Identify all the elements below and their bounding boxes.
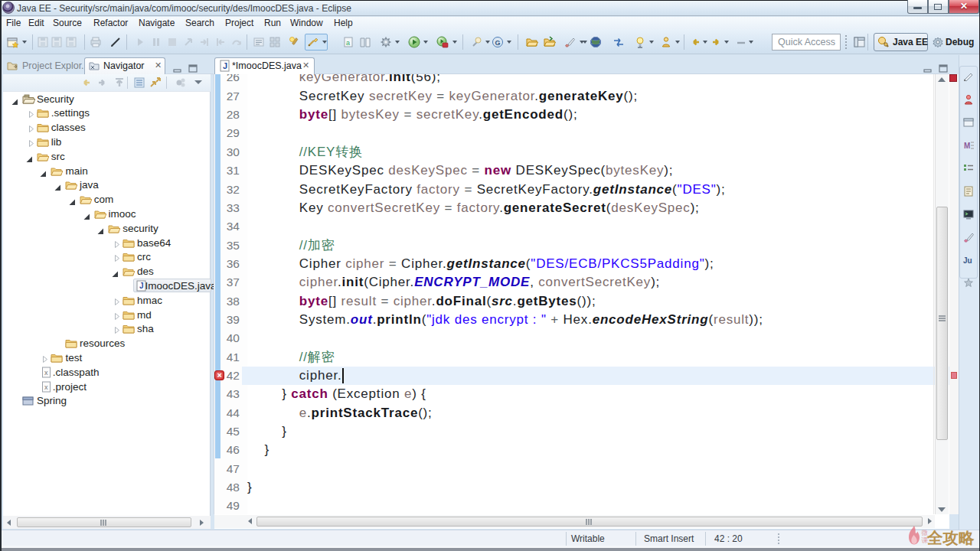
svg-text:J: J (139, 282, 144, 290)
svg-text:a: a (346, 39, 350, 47)
svg-text:x: x (44, 369, 48, 377)
svg-text:全攻略: 全攻略 (926, 529, 975, 546)
svg-text:J: J (223, 61, 227, 70)
svg-text:G: G (495, 39, 501, 47)
svg-text:x: x (44, 383, 48, 391)
